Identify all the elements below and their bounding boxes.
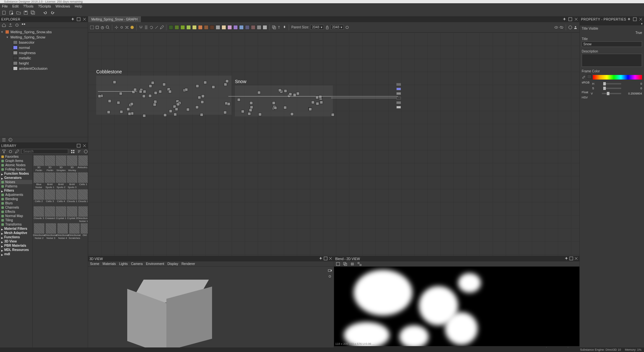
thumb-item[interactable]: Directional Noise 2 <box>34 223 45 240</box>
graph-node[interactable] <box>311 101 314 104</box>
category-graph-items[interactable]: Graph Items <box>0 159 32 163</box>
view3d-menu-materials[interactable]: Materials <box>102 262 116 266</box>
thumb-item[interactable]: Clouds 3 <box>34 206 44 223</box>
graph-node[interactable] <box>162 83 166 86</box>
swatch[interactable] <box>222 25 226 30</box>
graph-node[interactable] <box>237 98 240 101</box>
maximize-icon[interactable] <box>569 257 573 260</box>
thumb-item[interactable]: 3D Worley Noise <box>67 155 77 172</box>
thumb-item[interactable]: Blue Noise Fast <box>34 172 44 189</box>
person-icon[interactable] <box>574 25 577 29</box>
graph-node[interactable] <box>201 95 205 98</box>
swatch[interactable] <box>186 25 191 30</box>
graph-node[interactable] <box>149 84 152 88</box>
graph-node[interactable] <box>204 81 207 84</box>
graph-node[interactable] <box>108 99 111 103</box>
graph-node[interactable] <box>319 95 322 98</box>
category-blending[interactable]: Blending <box>0 197 32 201</box>
thumb-item[interactable]: Directional Noise 4 <box>57 223 68 240</box>
category-noises[interactable]: Noises <box>0 180 32 184</box>
swatch[interactable] <box>251 25 255 30</box>
shuffle-icon[interactable] <box>125 25 129 29</box>
swatch[interactable] <box>180 25 185 30</box>
menu-scripts[interactable]: ?Scripts <box>38 4 51 8</box>
output-metallic[interactable]: metallic <box>0 55 88 61</box>
frame-icon[interactable] <box>95 25 99 29</box>
menu-edit[interactable]: Edit <box>12 4 19 8</box>
view3d-menu-scene[interactable]: Scene <box>90 262 99 266</box>
graph-frame[interactable]: Cobblestone <box>96 76 232 115</box>
swatch[interactable] <box>263 25 267 30</box>
maximize-icon[interactable] <box>633 17 637 21</box>
thumb-item[interactable]: 3D Perlin Noise <box>34 155 44 172</box>
graph-node[interactable] <box>316 102 319 105</box>
graph-node[interactable] <box>176 103 180 106</box>
home-icon[interactable] <box>2 23 6 27</box>
tree-graph[interactable]: ▾ Melting_Spring_Snow <box>0 35 88 40</box>
close-icon[interactable] <box>83 144 86 148</box>
category-atomic-nodes[interactable]: Atomic Nodes <box>0 163 32 167</box>
graph-node[interactable] <box>212 85 215 89</box>
thumb-item[interactable]: Creased <box>45 206 55 223</box>
thumb-item[interactable]: Cells 4 <box>56 189 66 206</box>
close-icon[interactable] <box>329 257 332 260</box>
timer-icon[interactable] <box>100 25 104 29</box>
gear-icon[interactable] <box>328 274 332 278</box>
graph-node[interactable] <box>198 96 201 99</box>
graph-node[interactable] <box>139 90 142 93</box>
info-icon[interactable]: i <box>8 138 12 142</box>
graph-node[interactable] <box>289 93 292 96</box>
thumb-item[interactable]: BnW Spots 2 <box>56 172 66 189</box>
swatch[interactable] <box>239 25 244 30</box>
category-fxmap-nodes[interactable]: FxMap Nodes <box>0 167 32 171</box>
thumb-item[interactable]: Directional Scratches <box>69 223 80 240</box>
refresh-icon[interactable] <box>8 150 12 154</box>
category-adjustments[interactable]: Adjustments <box>0 193 32 197</box>
output-node[interactable] <box>396 97 401 99</box>
thumb-item[interactable]: Crystal 1 <box>56 206 66 223</box>
filter-icon[interactable] <box>2 150 6 154</box>
zoom-fit-icon[interactable] <box>106 25 110 29</box>
output-height[interactable]: height <box>0 61 88 66</box>
title-field[interactable]: Snow <box>582 41 642 47</box>
copy-icon[interactable] <box>272 25 276 29</box>
tile-icon[interactable] <box>358 262 361 266</box>
pen-icon[interactable] <box>160 25 164 29</box>
s-value[interactable]: 0 <box>623 87 642 90</box>
output-basecolor[interactable]: basecolor <box>0 40 88 45</box>
copy-img-icon[interactable] <box>343 262 347 266</box>
category-generators[interactable]: ▸Generators <box>0 176 32 180</box>
reset-icon[interactable] <box>345 25 349 29</box>
graph-node[interactable] <box>130 102 133 106</box>
category-filters[interactable]: ▸Filters <box>0 188 32 193</box>
refresh-icon[interactable] <box>15 23 19 27</box>
maximize-icon[interactable] <box>568 17 572 21</box>
category-material-filters[interactable]: ▸Material Filters <box>0 227 32 231</box>
swatch[interactable] <box>198 25 203 30</box>
text-icon[interactable]: T <box>277 25 281 29</box>
graph-node[interactable] <box>107 110 110 114</box>
category-tiling[interactable]: Tiling <box>0 218 32 222</box>
thumb-item[interactable]: Cells 1 <box>78 172 88 189</box>
category-mdl[interactable]: ▸mdl <box>0 252 32 256</box>
arrange-icon[interactable] <box>115 25 118 29</box>
graph-node[interactable] <box>320 101 323 104</box>
graph-node[interactable] <box>185 88 188 91</box>
thumb-item[interactable]: Cells 3 <box>45 189 55 206</box>
graph-node[interactable] <box>196 84 199 88</box>
graph-node[interactable] <box>258 113 262 116</box>
category-channels[interactable]: Channels <box>0 205 32 210</box>
swatch[interactable] <box>204 25 208 30</box>
close-icon[interactable] <box>574 257 578 260</box>
color-swatch[interactable] <box>587 74 591 79</box>
redo-icon[interactable] <box>50 10 55 15</box>
graph-node[interactable] <box>119 92 122 95</box>
graph-node[interactable] <box>143 90 146 93</box>
graph-node[interactable] <box>98 95 101 98</box>
thumb-item[interactable]: 3D Simplex Noise <box>56 155 66 172</box>
output-node[interactable] <box>396 92 401 95</box>
wand-icon[interactable] <box>155 25 159 29</box>
output-node[interactable] <box>396 101 401 104</box>
graph-node[interactable] <box>274 106 277 110</box>
title-visible-value[interactable]: True <box>582 31 642 35</box>
